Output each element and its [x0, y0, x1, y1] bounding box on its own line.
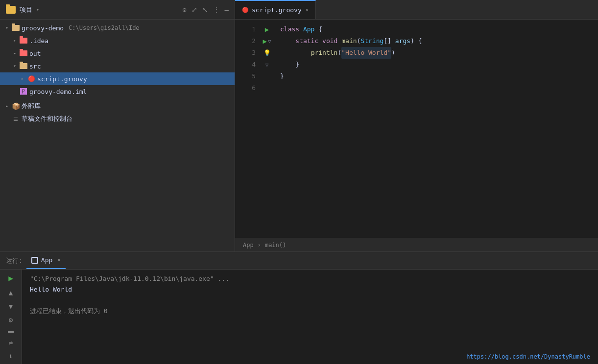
main-area: groovy-demo C:\Users\gis2all\Ide .idea	[0, 20, 598, 251]
code-area[interactable]: class App { static void main ( String []…	[274, 20, 598, 238]
top-bar: 项目 ▾ ⊙ ⤢ ⤡ ⋮ — 🔴 script.groovy ×	[0, 0, 598, 20]
project-label: 项目	[20, 5, 32, 14]
target-icon[interactable]: ⊙	[182, 6, 186, 14]
wrap-icon[interactable]: ⇌	[9, 339, 13, 346]
kw-class-1: class	[280, 23, 303, 35]
code-line-4: }	[280, 59, 592, 70]
punct-2a: (	[357, 35, 361, 47]
root-path: C:\Users\gis2all\Ide	[69, 24, 140, 31]
fold-icon-4[interactable]: ▽	[265, 62, 269, 68]
str-hello-3: "Hello World"	[341, 47, 391, 59]
gutter: ▶ ▶ ▽ 💡 ▽	[260, 20, 274, 238]
punct-4: }	[295, 59, 299, 70]
punct-2b: []	[383, 35, 395, 47]
external-lib-label: 外部库	[22, 102, 41, 111]
breadcrumb-arrow-icon: ›	[258, 242, 261, 249]
tree-item-external[interactable]: 📦 外部库	[0, 100, 235, 113]
run-tab-app[interactable]: App ×	[26, 252, 66, 269]
idea-label: .idea	[29, 37, 48, 45]
collapse-icon[interactable]: ⤡	[202, 6, 208, 14]
scroll-down-icon[interactable]: ▼	[9, 302, 13, 310]
bulb-icon-3[interactable]: 💡	[263, 49, 271, 56]
root-label: groovy-demo	[22, 24, 64, 32]
run-play-icon[interactable]: ▶	[8, 273, 13, 283]
run-tab-close[interactable]: ×	[57, 257, 61, 263]
stop-icon[interactable]	[8, 331, 14, 333]
indent-3	[280, 47, 311, 59]
punct-1: {	[314, 23, 322, 35]
indent-2	[280, 35, 295, 47]
breadcrumb-main: main()	[265, 242, 286, 249]
run-panel-output: "C:\Program Files\Java\jdk-11.0.12\bin\j…	[22, 270, 598, 364]
output-blank	[30, 295, 590, 306]
tree-item-idea[interactable]: .idea	[0, 34, 235, 47]
tree-item-out[interactable]: out	[0, 47, 235, 60]
gutter-2[interactable]: ▶ ▽	[260, 35, 274, 47]
run-panel-body: ▶ ▲ ▼ ⚙ ⇌ ⬇ "C:\Program Files\Java\jdk-1…	[0, 270, 598, 364]
tab-close-button[interactable]: ×	[306, 7, 309, 13]
tree-item-src[interactable]: src	[0, 60, 235, 72]
run-panel-sidebar: ▶ ▲ ▼ ⚙ ⇌ ⬇	[0, 270, 22, 364]
fold-icon-2[interactable]: ▽	[268, 38, 271, 45]
minimize-icon[interactable]: —	[225, 6, 229, 14]
script-groovy-tab[interactable]: 🔴 script.groovy ×	[235, 0, 316, 19]
sidebar: groovy-demo C:\Users\gis2all\Ide .idea	[0, 20, 235, 251]
line-numbers: 1 2 3 4 5 6	[235, 20, 260, 238]
toolbar-icons: ⊙ ⤢ ⤡ ⋮ —	[182, 6, 229, 14]
editor-content: 1 2 3 4 5 6 ▶ ▶ ▽ 💡 ▽	[235, 20, 598, 238]
code-line-6	[280, 82, 592, 94]
src-chevron-icon	[12, 63, 18, 69]
gutter-6	[260, 82, 274, 94]
punct-2c: ) {	[410, 35, 422, 47]
run-icon-2[interactable]: ▶	[263, 37, 266, 45]
download-icon[interactable]: ⬇	[9, 352, 13, 360]
ident-main-2: main	[341, 35, 357, 47]
root-folder-icon	[12, 24, 20, 32]
iml-icon: 🅿	[20, 88, 27, 95]
file-tree: groovy-demo C:\Users\gis2all\Ide .idea	[0, 20, 235, 251]
scratch-label: 草稿文件和控制台	[22, 114, 72, 123]
groovy-icon: 🔴	[27, 75, 35, 83]
tree-item-script[interactable]: 🔴 script.groovy	[0, 72, 235, 85]
tree-item-scratch[interactable]: ☰ 草稿文件和控制台	[0, 113, 235, 125]
scratch-icon: ☰	[12, 115, 20, 123]
kw-void-2: void	[322, 35, 341, 47]
src-folder-icon	[20, 62, 27, 70]
ident-app-1: App	[303, 23, 314, 35]
project-toolbar: 项目 ▾ ⊙ ⤢ ⤡ ⋮ —	[0, 0, 235, 19]
breadcrumb-app: App	[243, 242, 254, 249]
scroll-up-icon[interactable]: ▲	[9, 289, 13, 296]
tree-item-iml[interactable]: 🅿 groovy-demo.iml	[0, 85, 235, 98]
run-label: 运行:	[6, 256, 23, 265]
out-chevron-icon	[12, 50, 18, 56]
code-line-3: println ( "Hello World" )	[280, 47, 592, 59]
url-watermark: https://blog.csdn.net/DynastyRumble	[466, 353, 590, 360]
editor-area: 1 2 3 4 5 6 ▶ ▶ ▽ 💡 ▽	[235, 20, 598, 251]
project-folder-icon	[6, 6, 16, 14]
output-line-exit: 进程已结束，退出代码为 0	[30, 306, 590, 317]
gutter-1[interactable]: ▶	[260, 23, 274, 35]
external-lib-icon: 📦	[12, 102, 20, 110]
bottom-panel: 运行: App × ▶ ▲ ▼ ⚙ ⇌ ⬇ "C:\Program Files\…	[0, 251, 598, 364]
tab-bar: 🔴 script.groovy ×	[235, 0, 598, 19]
gutter-4[interactable]: ▽	[260, 59, 274, 70]
project-chevron-icon[interactable]: ▾	[36, 7, 39, 12]
line-num-3: 3	[235, 47, 260, 59]
code-line-5: }	[280, 70, 592, 82]
idea-folder-icon	[20, 37, 27, 45]
code-line-1: class App {	[280, 23, 592, 35]
expand-icon[interactable]: ⤢	[191, 6, 197, 14]
script-chevron-icon	[20, 76, 25, 82]
idea-chevron-icon	[12, 38, 18, 44]
run-icon-1[interactable]: ▶	[265, 25, 269, 33]
punct-5: }	[280, 70, 284, 82]
more-icon[interactable]: ⋮	[213, 6, 220, 14]
settings-icon[interactable]: ⚙	[9, 316, 13, 324]
kw-static-2: static	[295, 35, 322, 47]
line-num-1: 1	[235, 23, 260, 35]
run-tab-app-icon	[31, 257, 38, 264]
out-folder-icon	[20, 49, 27, 57]
tree-root[interactable]: groovy-demo C:\Users\gis2all\Ide	[0, 22, 235, 34]
ident-args-2: args	[395, 35, 410, 47]
gutter-3[interactable]: 💡	[260, 47, 274, 59]
